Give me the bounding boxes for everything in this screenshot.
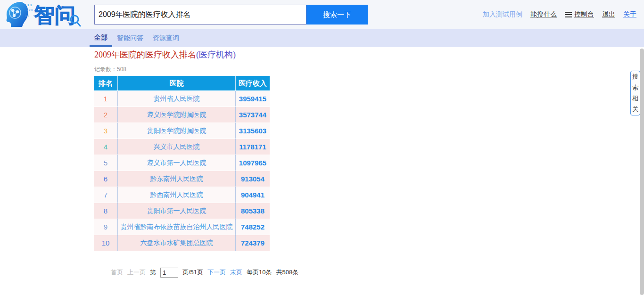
table-row: 7黔西南州人民医院904941 (94, 187, 270, 203)
svg-text:1 1 1: 1 1 1 (25, 3, 32, 7)
income-cell: 748252 (236, 219, 270, 235)
table-row: 2遵义医学院附属医院3573744 (94, 107, 270, 123)
header-cell-rank: 排名 (94, 76, 118, 90)
top-nav: 加入测试用例 能搜什么 控制台 退出 关于 (483, 0, 636, 29)
scrollbar-thumb[interactable] (640, 49, 644, 295)
table-row: 5遵义市第一人民医院1097965 (94, 155, 270, 171)
hospital-link[interactable]: 六盘水市水矿集团总医院 (118, 235, 236, 251)
table-header: 排名 医院 医疗收入 (94, 76, 270, 91)
tab-smart-qa[interactable]: 智能问答 (112, 29, 148, 47)
nav-about[interactable]: 关于 (623, 10, 636, 19)
page-number-input[interactable] (160, 268, 178, 278)
hospital-link[interactable]: 兴义市人民医院 (118, 139, 236, 155)
rank-cell: 6 (94, 171, 118, 187)
hospital-link[interactable]: 遵义医学院附属医院 (118, 107, 236, 123)
hospital-link[interactable]: 贵州省黔南布依族苗族自治州人民医院 (118, 219, 236, 235)
tab-resource-query[interactable]: 资源查询 (148, 29, 184, 47)
header-cell-income: 医疗收入 (236, 76, 270, 90)
page-title: 2009年医院的医疗收入排名(医疗机构) (94, 49, 236, 60)
nav-join-test-case[interactable]: 加入测试用例 (483, 10, 522, 19)
search-button[interactable]: 搜索一下 (306, 5, 368, 25)
rank-cell: 4 (94, 139, 118, 155)
table-row: 1贵州省人民医院3959415 (94, 91, 270, 107)
page: 1 1 1 1 0 0 0 1 智问 搜索一下 加入测试用例 能搜什么 控制台 … (0, 0, 644, 295)
page-label-prefix: 第 (150, 268, 156, 277)
result-title-suffix: (医疗机构) (196, 50, 236, 59)
hospital-link[interactable]: 贵阳市第一人民医院 (118, 203, 236, 219)
per-page-label: 每页10条 (247, 268, 272, 277)
nav-console[interactable]: 控制台 (565, 10, 594, 19)
svg-text:1 0 0: 1 0 0 (26, 8, 33, 11)
income-cell: 1097965 (236, 155, 270, 171)
table-row: 8贵阳市第一人民医院805338 (94, 203, 270, 219)
nav-what-can-search[interactable]: 能搜什么 (530, 10, 557, 19)
table-body: 1贵州省人民医院39594152遵义医学院附属医院35737443贵阳医学院附属… (94, 91, 270, 251)
results-table: 排名 医院 医疗收入 1贵州省人民医院39594152遵义医学院附属医院3573… (94, 76, 270, 251)
header: 1 1 1 1 0 0 0 1 智问 搜索一下 加入测试用例 能搜什么 控制台 … (0, 0, 644, 29)
tab-all[interactable]: 全部 (90, 29, 112, 47)
total-label: 共508条 (276, 268, 299, 277)
search-input[interactable] (94, 5, 306, 25)
income-cell: 904941 (236, 187, 270, 203)
rank-cell: 8 (94, 203, 118, 219)
income-cell: 3573744 (236, 107, 270, 123)
nav-logout[interactable]: 退出 (602, 10, 615, 19)
tab-bar: 全部 智能问答 资源查询 (0, 29, 644, 47)
income-cell: 3135603 (236, 123, 270, 139)
head-brain-icon: 1 1 1 1 0 0 0 1 (7, 2, 33, 27)
rank-cell: 9 (94, 219, 118, 235)
income-cell: 724379 (236, 235, 270, 251)
result-title-main: 2009年医院的医疗收入排名 (94, 50, 196, 59)
page-next[interactable]: 下一页 (207, 268, 226, 277)
page-label-suffix: 页/51页 (182, 268, 203, 277)
hospital-link[interactable]: 贵州省人民医院 (118, 91, 236, 107)
rank-cell: 3 (94, 123, 118, 139)
table-row: 9贵州省黔南布依族苗族自治州人民医院748252 (94, 219, 270, 235)
search-related-tab[interactable]: 搜 索 相 关 (630, 71, 640, 115)
page-prev[interactable]: 上一页 (127, 268, 146, 277)
svg-text:0 1: 0 1 (25, 14, 29, 17)
record-count: 记录数：508 (94, 66, 126, 74)
page-first[interactable]: 首页 (111, 268, 123, 277)
rank-cell: 7 (94, 187, 118, 203)
income-cell: 805338 (236, 203, 270, 219)
table-row: 10六盘水市水矿集团总医院724379 (94, 235, 270, 251)
hospital-link[interactable]: 黔东南州人民医院 (118, 171, 236, 187)
hospital-link[interactable]: 黔西南州人民医院 (118, 187, 236, 203)
rank-cell: 5 (94, 155, 118, 171)
hamburger-icon (565, 12, 572, 17)
app-logo[interactable]: 1 1 1 1 0 0 0 1 智问 (3, 0, 84, 29)
hospital-link[interactable]: 遵义市第一人民医院 (118, 155, 236, 171)
rank-cell: 2 (94, 107, 118, 123)
table-row: 4兴义市人民医院1178171 (94, 139, 270, 155)
pagination: 首页 上一页 第 页/51页 下一页 末页 每页10条 共508条 (111, 267, 298, 278)
header-cell-hospital: 医院 (118, 76, 236, 90)
table-row: 6黔东南州人民医院913054 (94, 171, 270, 187)
income-cell: 1178171 (236, 139, 270, 155)
rank-cell: 10 (94, 235, 118, 251)
page-last[interactable]: 末页 (230, 268, 242, 277)
rank-cell: 1 (94, 91, 118, 107)
income-cell: 3959415 (236, 91, 270, 107)
table-row: 3贵阳医学院附属医院3135603 (94, 123, 270, 139)
logo-wordmark: 智问 (33, 3, 75, 26)
hospital-link[interactable]: 贵阳医学院附属医院 (118, 123, 236, 139)
income-cell: 913054 (236, 171, 270, 187)
